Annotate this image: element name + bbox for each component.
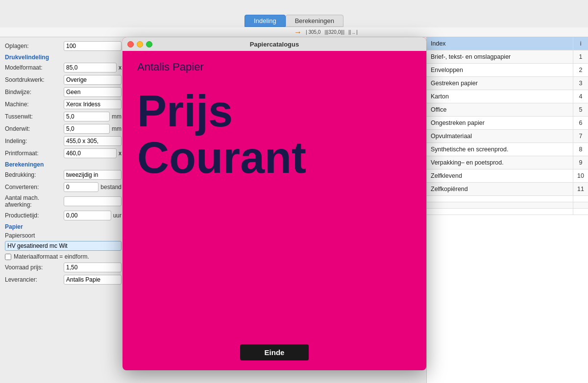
catalog-item-label bbox=[427, 202, 573, 209]
oplagen-label: Oplagen: bbox=[5, 43, 64, 49]
printformaat-input[interactable]: 460,0 bbox=[64, 148, 117, 158]
catalog-item-num: 7 bbox=[573, 130, 588, 143]
close-button[interactable] bbox=[127, 41, 134, 48]
catalog-row[interactable]: Karton4 bbox=[427, 90, 588, 103]
catalog-header-num: i bbox=[573, 37, 588, 50]
catalog-item-num: 5 bbox=[573, 103, 588, 117]
modelformaat-input[interactable]: 85,0 bbox=[64, 63, 117, 72]
printformaat-x: x bbox=[119, 150, 122, 157]
tussenwit-label: Tussenwit: bbox=[5, 113, 64, 120]
left-panel: Oplagen: 100 Drukvelindeling Modelformaa… bbox=[0, 37, 126, 383]
modelformaat-label: Modelformaat: bbox=[5, 64, 64, 71]
aantal-input[interactable] bbox=[64, 196, 122, 206]
catalog-item-num bbox=[573, 196, 588, 202]
onderwit-row: Onderwit: 5,0 mm bbox=[5, 124, 122, 134]
aantal-label: Aantal mach. afwerking: bbox=[5, 194, 64, 208]
indeling-value: 455,0 x 305, bbox=[64, 136, 122, 146]
catalog-row[interactable]: Ongestreken papier6 bbox=[427, 117, 588, 130]
productietijd-unit: uur bbox=[113, 212, 122, 219]
modelformaat-row: Modelformaat: 85,0 x bbox=[5, 63, 122, 72]
catalog-row[interactable]: Office5 bbox=[427, 103, 588, 117]
ruler-marker-2: |||320,0||| bbox=[324, 29, 344, 35]
onderwit-label: Onderwit: bbox=[5, 125, 64, 132]
converteren-label: Converteren: bbox=[5, 184, 64, 191]
minimize-button[interactable] bbox=[137, 41, 143, 48]
catalog-item-label: Zelfkopiërend bbox=[427, 183, 573, 196]
converteren-input[interactable]: 0 bbox=[64, 182, 98, 192]
catalog-item-num bbox=[573, 202, 588, 209]
catalog-item-num: 1 bbox=[573, 50, 588, 64]
papiersoort-input[interactable]: HV gesatineerd mc Wit bbox=[5, 241, 122, 251]
modal-titlebar: Papiercatalogus bbox=[122, 37, 426, 51]
voorraad-label: Voorraad prijs: bbox=[5, 264, 64, 271]
catalog-item-label: Enveloppen bbox=[427, 64, 573, 77]
catalog-item-label bbox=[427, 209, 573, 215]
converteren-unit: bestand bbox=[100, 184, 122, 191]
catalog-item-num: 6 bbox=[573, 117, 588, 130]
bedrukking-row: Bedrukking: tweezijdig in bbox=[5, 170, 122, 180]
bindwijze-row: Bindwijze: Geen bbox=[5, 87, 122, 97]
catalog-row[interactable]: Verpakking– en poetsprod.9 bbox=[427, 156, 588, 169]
oplagen-input[interactable]: 100 bbox=[64, 41, 122, 51]
voorraad-input[interactable]: 1,50 bbox=[64, 263, 122, 272]
catalog-row[interactable]: Enveloppen2 bbox=[427, 64, 588, 77]
catalog-row[interactable]: Zelfkopiërend11 bbox=[427, 183, 588, 196]
catalog-item-label bbox=[427, 196, 573, 202]
catalog-item-num: 11 bbox=[573, 183, 588, 196]
einde-button[interactable]: Einde bbox=[240, 344, 309, 360]
catalog-item-label: Office bbox=[427, 103, 573, 117]
catalog-row[interactable] bbox=[427, 209, 588, 215]
catalog-row[interactable]: Gestreken papier3 bbox=[427, 77, 588, 90]
materiaalformaat-checkbox[interactable] bbox=[5, 254, 11, 260]
indeling-label: Indeling: bbox=[5, 138, 64, 144]
materiaalformaat-row: Materiaalformaat = eindform. bbox=[5, 253, 122, 260]
catalog-row[interactable] bbox=[427, 202, 588, 209]
leverancier-label: Leverancier: bbox=[5, 276, 64, 283]
modal-footer: Einde bbox=[122, 337, 426, 370]
window-controls bbox=[127, 41, 152, 48]
bindwijze-input[interactable]: Geen bbox=[64, 87, 122, 97]
onderwit-input[interactable]: 5,0 bbox=[64, 124, 110, 134]
catalog-item-num: 9 bbox=[573, 156, 588, 169]
indeling-row: Indeling: 455,0 x 305, bbox=[5, 136, 122, 146]
catalog-item-label: Synthetische en screenprod. bbox=[427, 143, 573, 156]
catalog-panel: Index i Brief-, tekst- en omslagpapier1E… bbox=[426, 37, 588, 383]
leverancier-input[interactable]: Antalis Papie bbox=[64, 275, 122, 285]
catalog-item-label: Gestreken papier bbox=[427, 77, 573, 90]
ruler-marker-3: || .. | bbox=[348, 29, 358, 35]
papiersoort-label: Papiersoort bbox=[5, 232, 122, 239]
soortdrukwerk-row: Soortdrukwerk: Overige bbox=[5, 75, 122, 85]
catalog-row[interactable]: Opvulmateriaal7 bbox=[427, 130, 588, 143]
catalog-item-num: 10 bbox=[573, 169, 588, 183]
productietijd-row: Productietijd: 0,00 uur bbox=[5, 211, 122, 220]
catalog-modal: Papiercatalogus Antalis Papier Prijs Cou… bbox=[122, 37, 426, 370]
leverancier-row: Leverancier: Antalis Papie bbox=[5, 275, 122, 285]
maximize-button[interactable] bbox=[146, 41, 152, 48]
courant-text: Courant bbox=[137, 135, 306, 181]
bedrukking-input[interactable]: tweezijdig in bbox=[64, 170, 122, 180]
soortdrukwerk-input[interactable]: Overige bbox=[64, 75, 122, 85]
machine-input[interactable]: Xerox Iridess bbox=[64, 99, 122, 109]
catalog-item-label: Ongestreken papier bbox=[427, 117, 573, 130]
bindwijze-label: Bindwijze: bbox=[5, 89, 64, 96]
tussenwit-input[interactable]: 5,0 bbox=[64, 112, 110, 121]
catalog-row[interactable] bbox=[427, 196, 588, 202]
modelformaat-x: x bbox=[119, 64, 122, 71]
catalog-row[interactable]: Synthetische en screenprod.8 bbox=[427, 143, 588, 156]
catalog-item-label: Brief-, tekst- en omslagpapier bbox=[427, 50, 573, 64]
catalog-header-row: Index i bbox=[427, 37, 588, 50]
printformaat-label: Printformaat: bbox=[5, 150, 64, 157]
tab-berekeningen[interactable]: Berekeningen bbox=[286, 15, 343, 27]
tab-indeling[interactable]: Indeling bbox=[245, 15, 286, 27]
ruler-marker-1: | 305,0 bbox=[306, 29, 320, 35]
main-window: Indeling Berekeningen → | 305,0 |||320,0… bbox=[0, 0, 588, 383]
catalog-row[interactable]: Zelfklevend10 bbox=[427, 169, 588, 183]
catalog-row[interactable]: Brief-, tekst- en omslagpapier1 bbox=[427, 50, 588, 64]
converteren-row: Converteren: 0 bestand bbox=[5, 182, 122, 192]
ruler: → | 305,0 |||320,0||| || .. | bbox=[0, 27, 588, 37]
berekeningen-header: Berekeningen bbox=[5, 161, 122, 168]
company-name: Antalis Papier bbox=[137, 61, 204, 73]
onderwit-unit: mm bbox=[112, 125, 122, 132]
catalog-table: Index i Brief-, tekst- en omslagpapier1E… bbox=[427, 37, 588, 215]
productietijd-input[interactable]: 0,00 bbox=[64, 211, 111, 220]
